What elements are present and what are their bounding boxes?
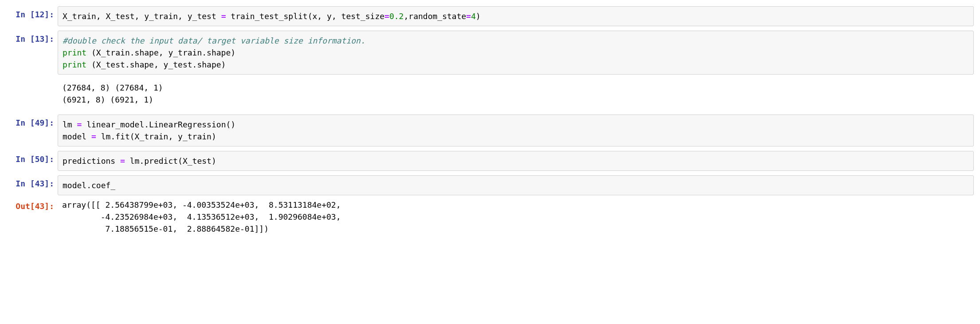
code-cell-50: In [50]: predictions = lm.predict(X_test… [0, 149, 980, 173]
output-line: 7.18856515e-01, 2.88864582e-01]]) [62, 223, 969, 235]
input-prompt: In [50]: [0, 151, 58, 171]
input-prompt: In [49]: [0, 115, 58, 146]
code-line: X_train, X_test, y_train, y_test = train… [63, 10, 969, 22]
code-input-area[interactable]: model.coef_ [58, 175, 974, 195]
output-line: -4.23526984e+03, 4.13536512e+03, 1.90296… [62, 211, 969, 223]
code-input-area[interactable]: X_train, X_test, y_train, y_test = train… [58, 6, 974, 26]
code-input-area[interactable]: lm = linear_model.LinearRegression() mod… [58, 115, 974, 146]
code-cell-13: In [13]: #double check the input data/ t… [0, 29, 980, 76]
code-line: model.coef_ [63, 179, 969, 191]
code-line: model = lm.fit(X_train, y_train) [63, 130, 969, 142]
output-area: array([[ 2.56438799e+03, -4.00353524e+03… [58, 198, 974, 239]
output-cell-13: (27684, 8) (27684, 1) (6921, 8) (6921, 1… [0, 77, 980, 112]
output-cell-43: Out[43]: array([[ 2.56438799e+03, -4.003… [0, 198, 980, 241]
output-area: (27684, 8) (27684, 1) (6921, 8) (6921, 1… [58, 79, 974, 110]
code-line: predictions = lm.predict(X_test) [63, 155, 969, 167]
code-cell-12: In [12]: X_train, X_test, y_train, y_tes… [0, 4, 980, 28]
code-input-area[interactable]: #double check the input data/ target var… [58, 31, 974, 75]
code-cell-49: In [49]: lm = linear_model.LinearRegress… [0, 113, 980, 148]
input-prompt: In [43]: [0, 175, 58, 195]
code-input-area[interactable]: predictions = lm.predict(X_test) [58, 151, 974, 171]
code-line: print (X_train.shape, y_train.shape) [63, 47, 969, 59]
input-prompt: In [13]: [0, 31, 58, 75]
output-line: (27684, 8) (27684, 1) [62, 82, 969, 94]
output-line: (6921, 8) (6921, 1) [62, 94, 969, 106]
output-prompt-empty [0, 79, 58, 110]
output-prompt: Out[43]: [0, 198, 58, 239]
output-line: array([[ 2.56438799e+03, -4.00353524e+03… [62, 199, 969, 211]
input-prompt: In [12]: [0, 6, 58, 26]
code-line: print (X_test.shape, y_test.shape) [63, 59, 969, 71]
code-line: lm = linear_model.LinearRegression() [63, 119, 969, 130]
code-line: #double check the input data/ target var… [63, 35, 969, 47]
code-cell-43: In [43]: model.coef_ [0, 174, 980, 197]
